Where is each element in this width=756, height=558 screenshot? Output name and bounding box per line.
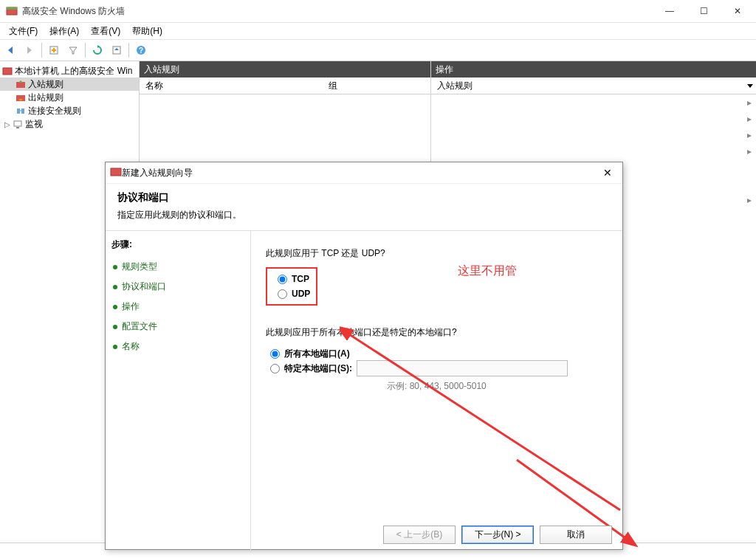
next-button[interactable]: 下一步(N) > [461,526,534,544]
tree-root-label: 本地计算机 上的高级安全 Win [15,65,132,78]
tree-inbound[interactable]: 入站规则 [0,78,139,91]
radio-all-ports-row[interactable]: 所有本地端口(A) [270,346,608,361]
svg-rect-19 [21,108,24,114]
toolbar: ? [0,39,756,61]
svg-rect-22 [16,127,19,128]
collapse-icon[interactable] [747,84,753,88]
actions-header: 操作 [431,61,756,78]
tree-connsec-label: 连接安全规则 [28,105,81,117]
wizard-steps: 步骤: 规则类型 协议和端口 操作 配置文件 名称 [106,231,251,553]
toolbar-separator [41,43,42,58]
menu-bar: 文件(F) 操作(A) 查看(V) 帮助(H) [0,23,756,39]
specific-ports-input [357,360,568,376]
window-titlebar: 高级安全 Windows 防火墙 — ☐ ✕ [0,0,756,23]
question-protocol: 此规则应用于 TCP 还是 UDP? [266,247,608,260]
column-headers: 名称 组 [140,78,430,94]
wizard-content: 此规则应用于 TCP 还是 UDP? TCP UDP 这里不用管 此规则应用于所… [251,231,622,553]
svg-marker-15 [18,80,23,83]
step-rule-type[interactable]: 规则类型 [111,257,244,277]
back-button[interactable]: < 上一步(B) [383,526,456,544]
dialog-close-button[interactable]: ✕ [593,162,622,183]
minimize-button[interactable]: — [653,0,687,22]
dialog-heading: 协议和端口 [117,191,611,204]
toolbar-separator [85,43,86,58]
annotation-box: TCP UDP [266,267,317,306]
steps-label: 步骤: [111,238,244,251]
annotation-text: 这里不用管 [458,264,517,279]
tree-outbound[interactable]: 出站规则 [0,91,139,104]
radio-all-ports[interactable] [270,349,280,359]
svg-marker-7 [69,47,77,54]
svg-rect-13 [3,68,12,75]
maximize-button[interactable]: ☐ [687,0,721,22]
step-profile[interactable]: 配置文件 [111,317,244,337]
ports-example: 示例: 80, 443, 5000-5010 [387,380,608,393]
action-item[interactable]: ▸ [431,127,756,143]
step-proto-port[interactable]: 协议和端口 [111,277,244,297]
app-icon [6,5,18,17]
forward-button[interactable] [21,41,38,59]
window-title: 高级安全 Windows 防火墙 [22,5,653,18]
radio-udp[interactable] [278,289,287,299]
help-button[interactable]: ? [132,41,150,59]
tree-connsec[interactable]: 连接安全规则 [0,104,139,117]
svg-marker-3 [27,46,32,54]
dialog-subheading: 指定应用此规则的协议和端口。 [117,209,611,221]
step-name[interactable]: 名称 [111,337,244,356]
col-group[interactable]: 组 [323,80,337,92]
close-button[interactable]: ✕ [721,0,755,22]
wizard-dialog: 新建入站规则向导 ✕ 协议和端口 指定应用此规则的协议和端口。 步骤: 规则类型… [105,162,623,550]
menu-help[interactable]: 帮助(H) [126,24,168,39]
menu-file[interactable]: 文件(F) [3,24,44,39]
tree-inbound-label: 入站规则 [28,78,63,91]
filter-button[interactable] [64,41,82,59]
question-ports: 此规则应用于所有本地端口还是特定的本地端口? [266,326,608,339]
actions-subheader: 入站规则 [431,78,756,94]
action-item[interactable]: ▸ [431,94,756,111]
menu-view[interactable]: 查看(V) [85,24,126,39]
menu-action[interactable]: 操作(A) [44,24,85,39]
export-button[interactable] [108,41,126,59]
expand-icon[interactable]: ▷ [4,120,10,128]
dialog-icon [110,166,122,180]
svg-text:?: ? [139,46,143,55]
svg-rect-21 [14,121,21,126]
cancel-button[interactable]: 取消 [540,526,612,544]
svg-rect-1 [7,7,17,10]
radio-tcp[interactable] [278,275,287,284]
dialog-footer: < 上一步(B) 下一步(N) > 取消 [383,526,612,544]
radio-udp-row[interactable]: UDP [278,286,310,301]
step-operation[interactable]: 操作 [111,297,244,317]
tree-outbound-label: 出站规则 [28,92,63,104]
action-item[interactable]: ▸ [431,143,756,159]
monitor-icon [12,118,24,130]
toolbar-separator [128,43,129,58]
dialog-header: 协议和端口 指定应用此规则的协议和端口。 [106,184,622,231]
svg-rect-23 [111,168,121,176]
action-item[interactable]: ▸ [431,111,756,127]
radio-tcp-row[interactable]: TCP [278,272,310,286]
dialog-titlebar: 新建入站规则向导 ✕ [106,162,622,184]
outbound-icon [15,92,27,103]
col-name[interactable]: 名称 [140,80,323,92]
refresh-button[interactable] [89,41,106,59]
tree-monitor-label: 监视 [25,118,43,131]
svg-rect-18 [17,108,20,114]
svg-rect-14 [16,82,25,88]
svg-marker-2 [8,46,13,54]
firewall-icon [1,65,13,77]
radio-specific-ports-row[interactable]: 特定本地端口(S): [270,361,608,376]
new-button[interactable] [45,41,63,59]
radio-specific-ports[interactable] [270,364,280,373]
inbound-icon [15,78,27,90]
dialog-title: 新建入站规则向导 [122,167,593,179]
tree-root[interactable]: 本地计算机 上的高级安全 Win [0,64,139,78]
back-button[interactable] [1,41,19,59]
connsec-icon [15,105,27,117]
tree-monitor[interactable]: ▷ 监视 [0,117,139,131]
rules-header: 入站规则 [140,61,430,78]
